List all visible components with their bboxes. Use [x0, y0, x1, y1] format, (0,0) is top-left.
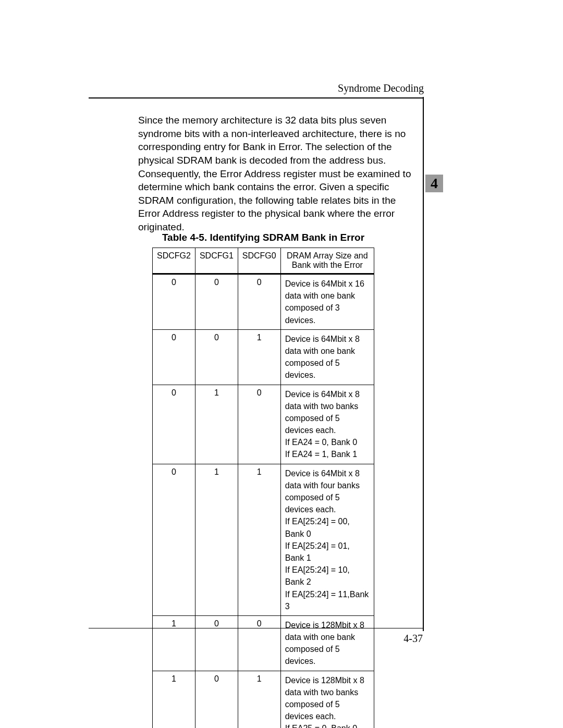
table-row: 000Device is 64Mbit x 16 data with one b…: [153, 274, 374, 330]
cell-sdcfg2: 0: [153, 329, 195, 385]
right-margin-bar: [423, 97, 424, 631]
cell-desc: Device is 64Mbit x 8 data with four bank…: [280, 464, 374, 615]
cell-sdcfg2: 0: [153, 385, 195, 464]
cell-sdcfg1: 1: [195, 385, 238, 464]
cell-sdcfg1: 0: [195, 329, 238, 385]
desc-line: Device is 128Mbit x 8 data with two bank…: [285, 674, 370, 723]
desc-line: If EA24 = 1, Bank 1: [285, 448, 370, 460]
table-caption: Table 4-5. Identifying SDRAM Bank in Err…: [152, 232, 374, 243]
cell-sdcfg2: 0: [153, 274, 195, 330]
col-desc: DRAM Array Size and Bank with the Error: [280, 248, 374, 274]
footer-rule: [89, 628, 423, 628]
cell-sdcfg1: 0: [195, 671, 238, 728]
page-number: 4-37: [403, 633, 423, 645]
cell-sdcfg1: 0: [195, 274, 238, 330]
section-header: Syndrome Decoding: [89, 82, 424, 98]
col-sdcfg2: SDCFG2: [153, 248, 195, 274]
page: Syndrome Decoding 4 Since the memory arc…: [0, 0, 563, 728]
table-row: 101Device is 128Mbit x 8 data with two b…: [153, 671, 374, 728]
cell-sdcfg1: 1: [195, 464, 238, 615]
desc-line: If EA[25:24] = 10, Bank 2: [285, 564, 370, 588]
desc-line: Device is 64Mbit x 8 data with one bank …: [285, 333, 370, 381]
desc-line: If EA24 = 0, Bank 0: [285, 436, 370, 448]
chapter-tab: 4: [425, 175, 443, 192]
col-sdcfg1: SDCFG1: [195, 248, 238, 274]
table-row: 010Device is 64Mbit x 8 data with two ba…: [153, 385, 374, 464]
desc-line: If EA25 = 0, Bank 0: [285, 722, 370, 728]
desc-line: If EA[25:24] = 11,Bank 3: [285, 588, 370, 612]
cell-sdcfg2: 1: [153, 671, 195, 728]
table-body: 000Device is 64Mbit x 16 data with one b…: [153, 274, 374, 729]
desc-line: If EA[25:24] = 00, Bank 0: [285, 515, 370, 539]
table-row: 001Device is 64Mbit x 8 data with one ba…: [153, 329, 374, 385]
body-paragraph: Since the memory architecture is 32 data…: [138, 114, 420, 234]
cell-desc: Device is 64Mbit x 8 data with two banks…: [280, 385, 374, 464]
cell-desc: Device is 64Mbit x 16 data with one bank…: [280, 274, 374, 330]
cell-desc: Device is 128Mbit x 8 data with two bank…: [280, 671, 374, 728]
cell-sdcfg0: 0: [238, 274, 280, 330]
cell-sdcfg0: 0: [238, 385, 280, 464]
col-sdcfg0: SDCFG0: [238, 248, 280, 274]
desc-line: If EA[25:24] = 01, Bank 1: [285, 540, 370, 564]
desc-line: Device is 64Mbit x 8 data with four bank…: [285, 467, 370, 516]
cell-sdcfg2: 0: [153, 464, 195, 615]
cell-sdcfg0: 1: [238, 671, 280, 728]
cell-sdcfg0: 1: [238, 464, 280, 615]
cell-desc: Device is 64Mbit x 8 data with one bank …: [280, 329, 374, 385]
stray-period: .: [138, 208, 141, 219]
table-header-row: SDCFG2 SDCFG1 SDCFG0 DRAM Array Size and…: [153, 248, 374, 274]
footer: http://www.motorola.com/computer/literat…: [89, 633, 423, 645]
cell-sdcfg0: 1: [238, 329, 280, 385]
desc-line: Device is 64Mbit x 16 data with one bank…: [285, 278, 370, 326]
table-row: 011Device is 64Mbit x 8 data with four b…: [153, 464, 374, 615]
desc-line: Device is 64Mbit x 8 data with two banks…: [285, 388, 370, 437]
sdram-bank-table: SDCFG2 SDCFG1 SDCFG0 DRAM Array Size and…: [152, 248, 374, 728]
